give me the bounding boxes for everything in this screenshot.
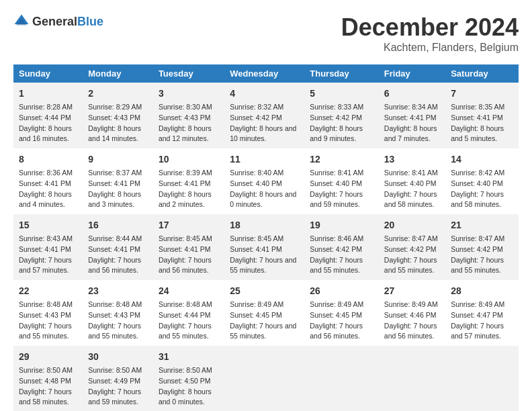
cell-week3-day0: 15Sunrise: 8:43 AMSunset: 4:41 PMDayligh…	[13, 214, 83, 280]
logo: GeneralBlue	[13, 13, 103, 30]
sunrise: Sunrise: 8:48 AM	[159, 300, 219, 310]
daylight: Daylight: 7 hours and 55 minutes.	[230, 321, 299, 342]
sunrise: Sunrise: 8:45 AM	[159, 234, 219, 244]
daylight: Daylight: 7 hours and 55 minutes.	[310, 255, 373, 277]
cell-week2-day4: 12Sunrise: 8:41 AMSunset: 4:40 PMDayligh…	[304, 148, 379, 214]
sunset: Sunset: 4:41 PM	[159, 179, 219, 189]
day-number: 10	[159, 152, 219, 167]
day-number: 20	[384, 218, 440, 232]
cell-week3-day1: 16Sunrise: 8:44 AMSunset: 4:41 PMDayligh…	[83, 214, 153, 280]
daylight: Daylight: 7 hours and 55 minutes.	[230, 255, 299, 277]
daylight: Daylight: 8 hours and 3 minutes.	[88, 189, 148, 211]
day-number: 12	[310, 152, 373, 167]
cell-week3-day3: 18Sunrise: 8:45 AMSunset: 4:41 PMDayligh…	[224, 214, 304, 280]
day-number: 15	[19, 218, 77, 232]
cell-week5-day4	[304, 346, 379, 411]
day-number: 3	[159, 87, 219, 101]
day-number: 13	[384, 152, 440, 167]
daylight: Daylight: 7 hours and 58 minutes.	[451, 189, 513, 211]
day-number: 25	[230, 284, 299, 298]
sunset: Sunset: 4:42 PM	[384, 244, 440, 255]
col-header-sunday: Sunday	[13, 64, 83, 83]
daylight: Daylight: 7 hours and 57 minutes.	[19, 255, 77, 277]
sunset: Sunset: 4:42 PM	[310, 113, 373, 124]
cell-week1-day4: 5Sunrise: 8:33 AMSunset: 4:42 PMDaylight…	[304, 83, 379, 148]
day-number: 16	[88, 218, 148, 232]
day-number: 29	[19, 350, 77, 364]
week-row-3: 15Sunrise: 8:43 AMSunset: 4:41 PMDayligh…	[13, 214, 519, 280]
cell-week4-day6: 28Sunrise: 8:49 AMSunset: 4:47 PMDayligh…	[445, 280, 519, 346]
day-number: 24	[159, 284, 219, 298]
daylight: Daylight: 8 hours and 10 minutes.	[230, 124, 299, 145]
sunrise: Sunrise: 8:39 AM	[159, 168, 219, 179]
sunrise: Sunrise: 8:40 AM	[230, 168, 299, 179]
sunset: Sunset: 4:42 PM	[230, 113, 299, 124]
cell-week2-day1: 9Sunrise: 8:37 AMSunset: 4:41 PMDaylight…	[83, 148, 153, 214]
day-number: 9	[88, 152, 148, 167]
sunrise: Sunrise: 8:28 AM	[19, 102, 77, 113]
sunrise: Sunrise: 8:50 AM	[88, 365, 148, 376]
day-number: 5	[310, 87, 373, 101]
daylight: Daylight: 8 hours and 9 minutes.	[310, 124, 373, 145]
calendar-table: SundayMondayTuesdayWednesdayThursdayFrid…	[13, 64, 519, 411]
cell-week1-day2: 3Sunrise: 8:30 AMSunset: 4:43 PMDaylight…	[153, 83, 224, 148]
cell-week4-day4: 26Sunrise: 8:49 AMSunset: 4:45 PMDayligh…	[304, 280, 379, 346]
sunset: Sunset: 4:41 PM	[88, 244, 148, 255]
logo-icon	[13, 13, 30, 30]
sunset: Sunset: 4:41 PM	[19, 179, 77, 189]
sunset: Sunset: 4:41 PM	[230, 244, 299, 255]
week-row-4: 22Sunrise: 8:48 AMSunset: 4:43 PMDayligh…	[13, 280, 519, 346]
sunrise: Sunrise: 8:48 AM	[88, 300, 148, 310]
sunrise: Sunrise: 8:41 AM	[310, 168, 373, 179]
sunrise: Sunrise: 8:29 AM	[88, 102, 148, 113]
sunrise: Sunrise: 8:49 AM	[451, 300, 513, 310]
sunrise: Sunrise: 8:50 AM	[19, 365, 77, 376]
sunrise: Sunrise: 8:50 AM	[159, 365, 219, 376]
cell-week5-day6	[445, 346, 519, 411]
daylight: Daylight: 7 hours and 55 minutes.	[19, 321, 77, 342]
main-title: December 2024	[341, 13, 519, 42]
daylight: Daylight: 8 hours and 0 minutes.	[159, 387, 219, 408]
col-header-monday: Monday	[83, 64, 153, 83]
day-number: 17	[159, 218, 219, 232]
col-header-saturday: Saturday	[445, 64, 519, 83]
daylight: Daylight: 7 hours and 58 minutes.	[384, 189, 440, 211]
week-row-5: 29Sunrise: 8:50 AMSunset: 4:48 PMDayligh…	[13, 346, 519, 411]
week-row-1: 1Sunrise: 8:28 AMSunset: 4:44 PMDaylight…	[13, 83, 519, 148]
day-number: 6	[384, 87, 440, 101]
cell-week5-day1: 30Sunrise: 8:50 AMSunset: 4:49 PMDayligh…	[83, 346, 153, 411]
cell-week2-day3: 11Sunrise: 8:40 AMSunset: 4:40 PMDayligh…	[224, 148, 304, 214]
sunset: Sunset: 4:43 PM	[88, 310, 148, 321]
sunrise: Sunrise: 8:48 AM	[19, 300, 77, 310]
sunset: Sunset: 4:42 PM	[310, 244, 373, 255]
day-number: 26	[310, 284, 373, 298]
day-number: 8	[19, 152, 77, 167]
sunset: Sunset: 4:40 PM	[451, 179, 513, 189]
sunset: Sunset: 4:41 PM	[384, 113, 440, 124]
sunrise: Sunrise: 8:37 AM	[88, 168, 148, 179]
day-number: 28	[451, 284, 513, 298]
daylight: Daylight: 7 hours and 55 minutes.	[159, 321, 219, 342]
sunset: Sunset: 4:48 PM	[19, 376, 77, 387]
daylight: Daylight: 7 hours and 57 minutes.	[451, 321, 513, 342]
daylight: Daylight: 8 hours and 14 minutes.	[88, 124, 148, 145]
day-number: 21	[451, 218, 513, 232]
cell-week5-day0: 29Sunrise: 8:50 AMSunset: 4:48 PMDayligh…	[13, 346, 83, 411]
sunset: Sunset: 4:47 PM	[451, 310, 513, 321]
sunrise: Sunrise: 8:44 AM	[88, 234, 148, 244]
sunrise: Sunrise: 8:41 AM	[384, 168, 440, 179]
day-number: 19	[310, 218, 373, 232]
sunset: Sunset: 4:43 PM	[19, 310, 77, 321]
cell-week3-day5: 20Sunrise: 8:47 AMSunset: 4:42 PMDayligh…	[379, 214, 445, 280]
sunrise: Sunrise: 8:36 AM	[19, 168, 77, 179]
daylight: Daylight: 7 hours and 55 minutes.	[88, 321, 148, 342]
title-block: December 2024 Kachtem, Flanders, Belgium	[341, 13, 519, 54]
cell-week3-day4: 19Sunrise: 8:46 AMSunset: 4:42 PMDayligh…	[304, 214, 379, 280]
daylight: Daylight: 7 hours and 55 minutes.	[384, 255, 440, 277]
sunset: Sunset: 4:40 PM	[384, 179, 440, 189]
daylight: Daylight: 7 hours and 58 minutes.	[19, 387, 77, 408]
sunset: Sunset: 4:46 PM	[384, 310, 440, 321]
col-header-wednesday: Wednesday	[224, 64, 304, 83]
day-number: 11	[230, 152, 299, 167]
sunset: Sunset: 4:43 PM	[159, 113, 219, 124]
